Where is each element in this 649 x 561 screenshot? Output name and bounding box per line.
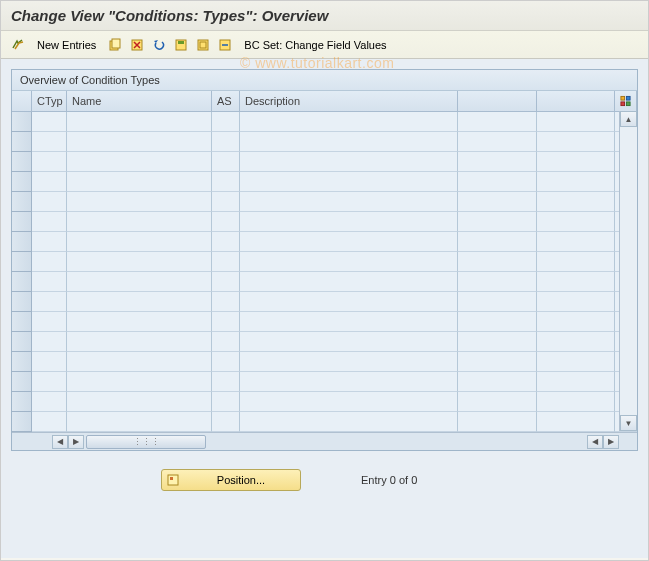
delete-icon[interactable] [128, 36, 146, 54]
table-row[interactable] [12, 112, 637, 132]
cell-name[interactable] [67, 312, 212, 332]
table-settings-icon[interactable] [620, 94, 631, 108]
cell-as[interactable] [212, 412, 240, 432]
header-name[interactable]: Name [67, 91, 212, 111]
cell-description[interactable] [240, 112, 458, 132]
cell-ctyp[interactable] [32, 112, 67, 132]
cell-blank1[interactable] [458, 172, 537, 192]
scroll-left-end-button[interactable]: ◀ [587, 435, 603, 449]
copy-icon[interactable] [106, 36, 124, 54]
scroll-right-button[interactable]: ▶ [68, 435, 84, 449]
cell-blank2[interactable] [537, 332, 616, 352]
cell-ctyp[interactable] [32, 212, 67, 232]
select-all-icon[interactable] [194, 36, 212, 54]
cell-blank2[interactable] [537, 112, 616, 132]
cell-blank1[interactable] [458, 392, 537, 412]
cell-ctyp[interactable] [32, 292, 67, 312]
row-selector[interactable] [12, 352, 32, 372]
cell-description[interactable] [240, 232, 458, 252]
header-blank1[interactable] [458, 91, 537, 111]
cell-blank1[interactable] [458, 312, 537, 332]
table-row[interactable] [12, 392, 637, 412]
cell-description[interactable] [240, 192, 458, 212]
cell-blank2[interactable] [537, 372, 616, 392]
cell-name[interactable] [67, 252, 212, 272]
row-selector[interactable] [12, 172, 32, 192]
cell-blank2[interactable] [537, 172, 616, 192]
cell-description[interactable] [240, 172, 458, 192]
cell-as[interactable] [212, 312, 240, 332]
horizontal-scrollbar[interactable]: ◀ ▶ ⋮⋮⋮ ◀ ▶ [12, 432, 637, 450]
cell-name[interactable] [67, 392, 212, 412]
cell-name[interactable] [67, 152, 212, 172]
header-blank2[interactable] [537, 91, 616, 111]
cell-blank2[interactable] [537, 212, 616, 232]
cell-description[interactable] [240, 352, 458, 372]
cell-blank1[interactable] [458, 292, 537, 312]
scroll-up-button[interactable]: ▲ [620, 111, 637, 127]
table-row[interactable] [12, 152, 637, 172]
cell-blank2[interactable] [537, 352, 616, 372]
row-selector[interactable] [12, 312, 32, 332]
cell-blank1[interactable] [458, 232, 537, 252]
cell-as[interactable] [212, 392, 240, 412]
cell-blank2[interactable] [537, 192, 616, 212]
cell-name[interactable] [67, 112, 212, 132]
row-selector[interactable] [12, 112, 32, 132]
row-selector[interactable] [12, 372, 32, 392]
cell-ctyp[interactable] [32, 152, 67, 172]
cell-ctyp[interactable] [32, 372, 67, 392]
cell-ctyp[interactable] [32, 412, 67, 432]
cell-description[interactable] [240, 132, 458, 152]
cell-as[interactable] [212, 372, 240, 392]
row-selector[interactable] [12, 272, 32, 292]
table-row[interactable] [12, 332, 637, 352]
table-row[interactable] [12, 252, 637, 272]
cell-ctyp[interactable] [32, 392, 67, 412]
cell-blank1[interactable] [458, 332, 537, 352]
new-entries-button[interactable]: New Entries [31, 39, 102, 51]
cell-blank2[interactable] [537, 152, 616, 172]
cell-name[interactable] [67, 412, 212, 432]
cell-name[interactable] [67, 212, 212, 232]
scroll-down-button[interactable]: ▼ [620, 415, 637, 431]
table-row[interactable] [12, 192, 637, 212]
scroll-right-end-button[interactable]: ▶ [603, 435, 619, 449]
cell-name[interactable] [67, 172, 212, 192]
cell-blank2[interactable] [537, 292, 616, 312]
row-selector[interactable] [12, 412, 32, 432]
header-config[interactable] [615, 91, 637, 111]
cell-name[interactable] [67, 272, 212, 292]
cell-description[interactable] [240, 312, 458, 332]
toggle-icon[interactable] [9, 36, 27, 54]
cell-description[interactable] [240, 212, 458, 232]
deselect-all-icon[interactable] [216, 36, 234, 54]
cell-blank1[interactable] [458, 192, 537, 212]
cell-blank2[interactable] [537, 312, 616, 332]
cell-ctyp[interactable] [32, 192, 67, 212]
cell-blank1[interactable] [458, 212, 537, 232]
cell-description[interactable] [240, 392, 458, 412]
cell-blank2[interactable] [537, 252, 616, 272]
cell-as[interactable] [212, 152, 240, 172]
cell-blank2[interactable] [537, 232, 616, 252]
row-selector[interactable] [12, 132, 32, 152]
cell-name[interactable] [67, 372, 212, 392]
cell-blank1[interactable] [458, 132, 537, 152]
row-selector[interactable] [12, 232, 32, 252]
scroll-track-v[interactable] [620, 127, 637, 415]
row-selector[interactable] [12, 392, 32, 412]
cell-as[interactable] [212, 352, 240, 372]
table-row[interactable] [12, 412, 637, 432]
cell-as[interactable] [212, 232, 240, 252]
cell-blank1[interactable] [458, 352, 537, 372]
cell-description[interactable] [240, 412, 458, 432]
cell-description[interactable] [240, 372, 458, 392]
cell-ctyp[interactable] [32, 272, 67, 292]
cell-as[interactable] [212, 292, 240, 312]
table-row[interactable] [12, 212, 637, 232]
vertical-scrollbar[interactable]: ▲ ▼ [619, 111, 637, 431]
cell-name[interactable] [67, 292, 212, 312]
row-selector[interactable] [12, 212, 32, 232]
table-row[interactable] [12, 132, 637, 152]
